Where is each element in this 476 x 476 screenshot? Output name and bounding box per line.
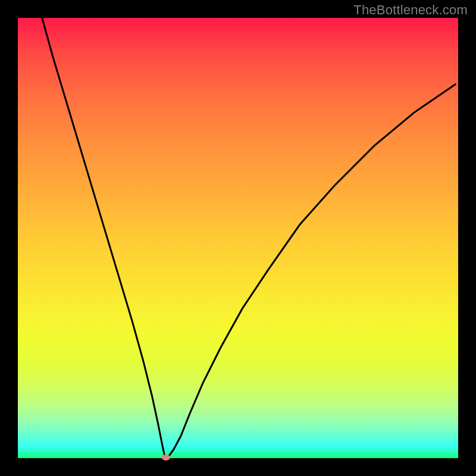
bottleneck-curve-path [42,18,456,458]
bottleneck-curve-svg [18,18,458,458]
chart-frame: TheBottleneck.com [0,0,476,476]
optimal-point-marker [162,455,170,461]
watermark-text: TheBottleneck.com [353,2,468,18]
